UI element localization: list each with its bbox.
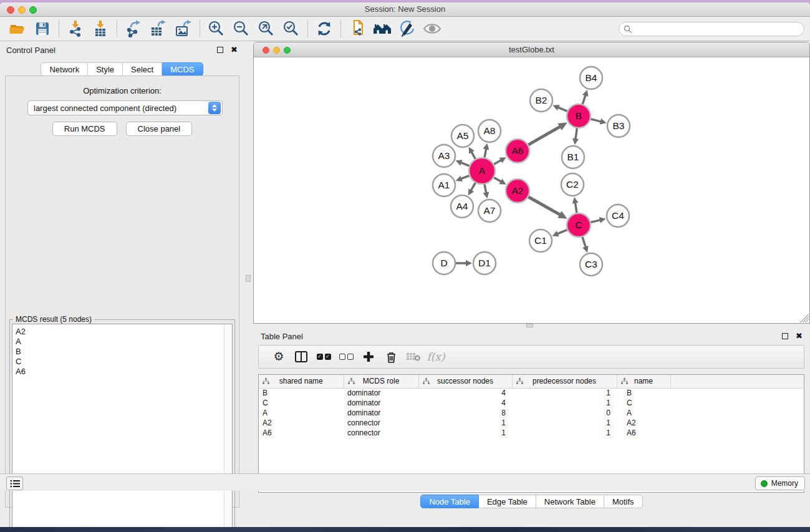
zoom-frame-button[interactable] — [284, 47, 291, 54]
select-all-button[interactable] — [312, 347, 335, 366]
table-row[interactable]: Cdominator41C — [259, 398, 804, 408]
export-image-button[interactable] — [171, 19, 196, 39]
add-column-button[interactable] — [357, 347, 380, 366]
tab-select[interactable]: Select — [123, 62, 162, 76]
tab-edge-table[interactable]: Edge Table — [479, 495, 536, 508]
edge-C-C3[interactable] — [582, 236, 586, 248]
export-network-button[interactable] — [121, 19, 146, 39]
result-item[interactable]: C — [12, 357, 232, 367]
table-row[interactable]: Bdominator41B — [259, 388, 804, 398]
memory-button[interactable]: Memory — [755, 476, 805, 490]
edge-B-B2[interactable] — [557, 107, 567, 112]
split-handle[interactable] — [526, 324, 533, 327]
vertical-split-divider[interactable] — [244, 42, 253, 513]
column-header-predecessor-nodes[interactable]: predecessor nodes — [512, 375, 617, 388]
result-item[interactable]: A — [12, 337, 232, 347]
delete-table-button[interactable] — [402, 347, 425, 366]
cell[interactable]: 1 — [418, 418, 512, 428]
edge-A-A7[interactable] — [485, 184, 486, 193]
deselect-all-button[interactable] — [335, 347, 357, 366]
import-network-button[interactable] — [63, 19, 88, 39]
cell[interactable]: A2 — [617, 418, 670, 428]
edge-A-A4[interactable] — [471, 182, 476, 191]
cell[interactable]: 1 — [512, 418, 617, 428]
zoom-fit-button[interactable] — [254, 19, 279, 39]
import-table-button[interactable] — [88, 19, 113, 39]
table-row[interactable]: A2connector11A2 — [259, 418, 804, 428]
edge-A-A5[interactable] — [471, 152, 476, 160]
edge-A6-B[interactable] — [528, 127, 560, 145]
column-header-name[interactable]: name — [617, 375, 670, 388]
tab-motifs[interactable]: Motifs — [604, 495, 643, 508]
cell[interactable]: C — [617, 398, 670, 408]
close-frame-button[interactable] — [263, 47, 269, 54]
vizmapper-button[interactable] — [395, 19, 420, 39]
float-panel-icon[interactable] — [782, 333, 788, 339]
close-panel-icon[interactable]: ✖ — [231, 47, 238, 53]
cell[interactable]: A — [617, 408, 670, 418]
cell[interactable]: 4 — [418, 398, 512, 408]
resize-grip[interactable] — [800, 314, 809, 322]
close-window-button[interactable] — [7, 6, 14, 14]
tab-network[interactable]: Network — [41, 62, 88, 76]
save-session-button[interactable] — [30, 19, 55, 39]
show-graphics-button[interactable] — [420, 19, 445, 39]
cell[interactable]: dominator — [344, 398, 418, 408]
edge-B-B1[interactable] — [576, 128, 577, 140]
tab-network-table[interactable]: Network Table — [536, 495, 604, 508]
tab-node-table[interactable]: Node Table — [420, 495, 479, 508]
edge-A-A8[interactable] — [485, 148, 486, 158]
table-row[interactable]: Adominator80A — [259, 408, 804, 418]
cell[interactable]: B — [617, 388, 670, 398]
cell[interactable]: A6 — [259, 428, 344, 438]
cell[interactable]: 1 — [512, 388, 617, 398]
edge-A-A2[interactable] — [493, 177, 501, 181]
network-canvas[interactable]: AA1A3A4A5A7A8A6A2BB1B2B3B4CC1C2C3C4DD1 — [254, 57, 809, 323]
cell[interactable]: 0 — [512, 408, 617, 418]
cell[interactable]: connector — [344, 418, 418, 428]
zoom-window-button[interactable] — [29, 6, 37, 14]
result-item[interactable]: A6 — [12, 367, 232, 377]
edge-A-A3[interactable] — [461, 162, 470, 166]
result-item[interactable]: A2 — [12, 327, 232, 337]
home-button[interactable] — [370, 19, 395, 39]
cell[interactable]: A6 — [617, 428, 670, 438]
edge-B-B4[interactable] — [582, 95, 586, 105]
minimize-frame-button[interactable] — [273, 47, 280, 54]
minimize-window-button[interactable] — [18, 6, 26, 14]
function-builder-button[interactable]: f(x) — [425, 347, 447, 366]
cell[interactable]: 1 — [512, 428, 617, 438]
split-handle[interactable] — [246, 275, 251, 282]
optimization-criterion-dropdown[interactable]: largest connected component (directed) — [27, 100, 223, 115]
edge-C-C1[interactable] — [557, 230, 567, 234]
horizontal-split-divider[interactable] — [253, 323, 810, 328]
zoom-selected-button[interactable] — [279, 19, 304, 39]
zoom-out-button[interactable] — [229, 19, 254, 39]
table-row[interactable]: A6connector11A6 — [259, 428, 804, 438]
cell[interactable]: 1 — [512, 398, 617, 408]
result-list-scrollbar[interactable] — [224, 324, 232, 527]
tab-style[interactable]: Style — [88, 62, 123, 76]
close-panel-button[interactable]: Close panel — [126, 122, 193, 136]
cell[interactable]: B — [259, 388, 344, 398]
edge-A-A1[interactable] — [461, 175, 470, 179]
column-header-MCDS-role[interactable]: MCDS role — [344, 375, 418, 388]
run-mcds-button[interactable]: Run MCDS — [52, 122, 117, 136]
table-mode-button[interactable]: ⚙ — [268, 347, 290, 366]
cell[interactable]: C — [259, 398, 344, 408]
float-panel-icon[interactable] — [217, 47, 223, 53]
close-panel-icon[interactable]: ✖ — [796, 333, 803, 339]
cell[interactable]: dominator — [344, 388, 418, 398]
cell[interactable]: A2 — [259, 418, 344, 428]
network-graph[interactable]: AA1A3A4A5A7A8A6A2BB1B2B3B4CC1C2C3C4DD1 — [254, 57, 809, 323]
edge-B-B3[interactable] — [590, 119, 601, 122]
cell[interactable]: 4 — [418, 388, 512, 398]
mcds-result-list[interactable]: A2ABCA6 — [12, 324, 233, 528]
cell[interactable]: A — [259, 408, 344, 418]
column-header-shared-name[interactable]: shared name — [259, 375, 344, 388]
export-table-button[interactable] — [146, 19, 171, 39]
open-session-button[interactable] — [5, 19, 30, 39]
edge-A2-C[interactable] — [528, 196, 561, 215]
open-in-cybrowser-button[interactable] — [345, 19, 370, 39]
search-input[interactable] — [632, 24, 804, 35]
